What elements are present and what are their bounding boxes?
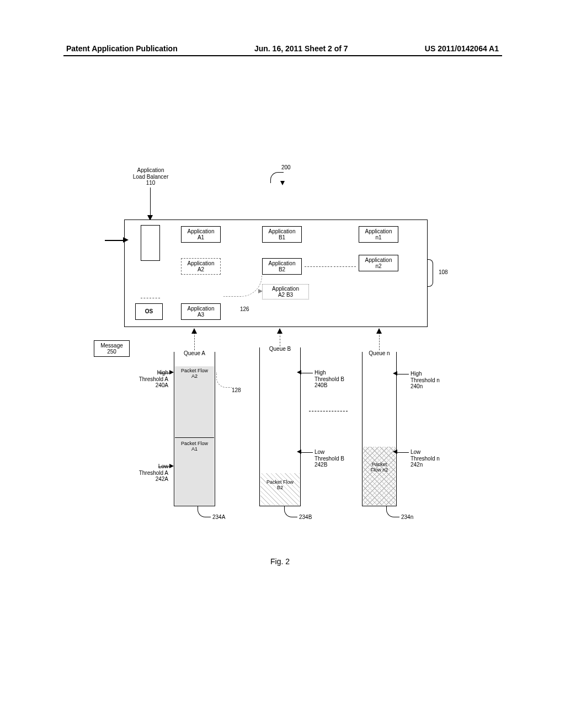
figure-caption: Fig. 2 — [270, 557, 290, 566]
dash-b-n — [305, 266, 332, 267]
high-th-b: High Threshold B 240B — [315, 370, 344, 389]
ltb-arrow-line — [301, 452, 313, 453]
ltb-arrow — [297, 449, 301, 454]
ref-126: 126 — [240, 306, 249, 313]
queue-ellipsis — [309, 411, 348, 411]
low-th-b: Low Threshold B 242B — [315, 449, 344, 468]
hta-l3: 240A — [156, 382, 168, 388]
queue-n-title: Queue n — [363, 350, 396, 356]
lta-arrow — [169, 464, 174, 468]
alb-dash — [141, 298, 160, 298]
alb-ref: 110 — [146, 180, 156, 186]
message-l1: Message — [100, 342, 123, 349]
pf-a1-l2: A1 — [191, 446, 198, 452]
queue-b: Queue B Packet Flow B2 — [259, 347, 301, 506]
app-a1-l1: Application — [188, 228, 215, 235]
queue-a: Queue A Packet Flow A2 Packet Flow A1 — [174, 352, 215, 506]
app-b1-l2: B1 — [279, 234, 285, 241]
header-center: Jun. 16, 2011 Sheet 2 of 7 — [254, 44, 348, 53]
pf-b2-l2: B2 — [277, 485, 283, 490]
app-a2: Application A2 — [181, 258, 221, 275]
htn-arrow — [393, 371, 397, 376]
queue-n-arrow-line — [379, 333, 380, 350]
diagram-canvas: 200 Application Load Balancer 110 108 OS… — [77, 160, 486, 546]
ltn-l2: Threshold n — [411, 456, 440, 462]
app-n2: Application n2 — [359, 255, 398, 271]
app-b2-l1: Application — [269, 260, 296, 267]
queue-n-arrow — [376, 328, 382, 334]
input-arrow-head — [123, 237, 129, 243]
app-b2-l2: B2 — [279, 266, 285, 273]
pf-n2-l1: Packet — [372, 462, 387, 467]
queue-a-ref: 234A — [212, 514, 225, 521]
htn-l2: Threshold n — [411, 377, 440, 383]
htb-l3: 240B — [315, 382, 327, 388]
dash-b-n2 — [334, 266, 356, 267]
queue-n-fill — [363, 447, 396, 505]
app-load-balancer-label: Application Load Balancer 110 — [126, 167, 175, 186]
app-n2-l1: Application — [365, 257, 392, 264]
header-right: US 2011/0142064 A1 — [425, 44, 499, 53]
pf-a1-l1: Packet Flow — [181, 441, 208, 446]
queue-n: Queue n Packet Flow n2 — [362, 352, 397, 506]
hta-l2: Threshold A — [139, 376, 168, 382]
queue-a-divider — [175, 437, 214, 438]
server-ref: 108 — [439, 269, 448, 276]
high-th-n: High Threshold n 240n — [411, 371, 440, 390]
app-a1: Application A1 — [181, 226, 221, 243]
leader-234a — [198, 506, 211, 517]
app-a3: Application A3 — [181, 303, 221, 320]
message-box: Message 250 — [94, 340, 130, 357]
alb-line1: Application — [137, 167, 164, 173]
pf-a2: Packet Flow A2 — [174, 368, 215, 379]
alb-arrow-line — [150, 188, 151, 216]
queue-a-arrow-line — [194, 333, 195, 350]
queue-b-arrow — [277, 328, 282, 334]
ltn-arrow — [393, 449, 397, 454]
app-b2: Application B2 — [262, 258, 302, 275]
queue-n-ref: 234n — [401, 514, 413, 521]
app-b1: Application B1 — [262, 226, 302, 243]
pf-n2-l2: Flow n2 — [371, 467, 388, 473]
htb-arrow — [297, 370, 301, 374]
leader-234n — [386, 506, 399, 517]
queue-a-fill — [175, 366, 214, 505]
lta-l3: 242A — [156, 476, 168, 482]
ltn-l1: Low — [411, 449, 420, 455]
htn-l1: High — [411, 371, 422, 377]
lta-arrow-line — [158, 467, 170, 467]
os-box: OS — [135, 303, 163, 320]
leader-234b — [284, 506, 297, 517]
pf-b2-l1: Packet Flow — [266, 479, 294, 485]
message-l2: 250 — [107, 349, 116, 355]
pf-n2: Packet Flow n2 — [363, 462, 396, 473]
lta-l2: Threshold A — [139, 470, 168, 476]
htb-l1: High — [315, 370, 326, 376]
queue-a-arrow — [191, 328, 197, 334]
leader-200-arrow — [280, 181, 285, 185]
app-a2-l1: Application — [188, 260, 215, 267]
pf-a2-l1: Packet Flow — [181, 368, 208, 373]
app-n1-l1: Application — [365, 228, 392, 235]
queue-b-arrow-line — [280, 333, 280, 346]
low-th-n: Low Threshold n 242n — [411, 449, 440, 468]
server-curly — [428, 259, 433, 287]
app-a3-l1: Application — [188, 306, 215, 312]
app-a3-l2: A3 — [198, 312, 204, 318]
app-b1-l1: Application — [269, 228, 296, 235]
htb-l2: Threshold B — [315, 376, 344, 382]
header-rule — [63, 55, 502, 56]
ltn-l3: 242n — [411, 462, 423, 468]
htn-arrow-line — [397, 374, 409, 374]
app-a2b3-l2: A2 B3 — [278, 292, 293, 298]
input-arrow-line — [105, 240, 124, 241]
page-header: Patent Application Publication Jun. 16, … — [0, 44, 565, 53]
queue-b-title: Queue B — [260, 346, 300, 352]
ltb-l3: 242B — [315, 462, 327, 468]
htb-arrow-line — [301, 373, 313, 373]
hta-arrow-line — [158, 373, 170, 373]
htn-l3: 240n — [411, 383, 423, 389]
ltb-l1: Low — [315, 449, 324, 455]
ltn-arrow-line — [397, 452, 409, 453]
app-n2-l2: n2 — [375, 263, 381, 270]
